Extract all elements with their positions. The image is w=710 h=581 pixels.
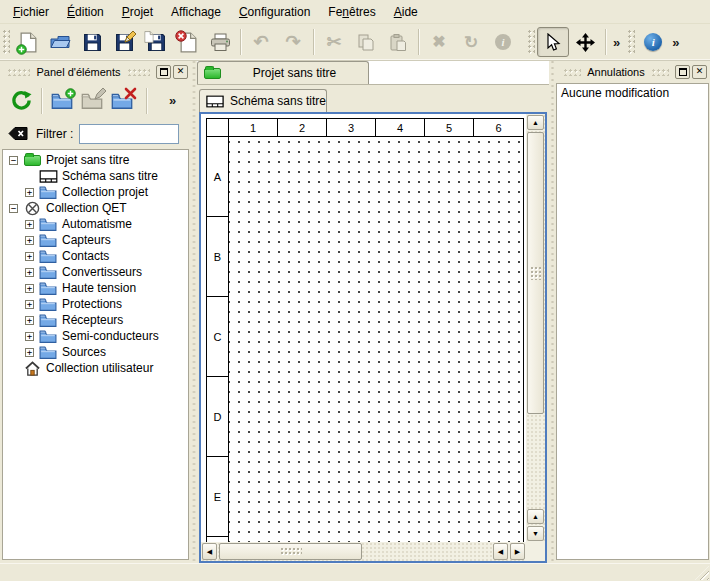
expand-box[interactable]: [25, 236, 34, 245]
scroll-right-button[interactable]: ▶: [510, 543, 525, 560]
expand-box[interactable]: [25, 332, 34, 341]
horizontal-scrollbar[interactable]: ◀ ◀ ▶: [201, 542, 526, 561]
toolbar-drag-handle[interactable]: [527, 29, 535, 55]
splitter-right[interactable]: [549, 61, 556, 563]
scroll-left-button-2[interactable]: ◀: [493, 543, 508, 560]
cursor-arrow-icon: [546, 33, 561, 52]
delete-category-button[interactable]: [107, 86, 137, 116]
expand-box[interactable]: [25, 300, 34, 309]
tree-item-haute-tension[interactable]: Haute tension: [3, 280, 188, 296]
toolbar-drag-handle[interactable]: [2, 29, 10, 55]
close-panel-button[interactable]: ✕: [692, 65, 707, 79]
application-window: Fichier Édition Projet Affichage Configu…: [0, 0, 710, 581]
tree-item-protections[interactable]: Protections: [3, 296, 188, 312]
tree-item-capteurs[interactable]: Capteurs: [3, 232, 188, 248]
menu-configuration[interactable]: Configuration: [230, 1, 319, 23]
menu-edition[interactable]: Édition: [58, 1, 113, 23]
undo-panel-titlebar[interactable]: Annulations ✕: [556, 61, 710, 82]
tree-item-automatisme[interactable]: Automatisme: [3, 216, 188, 232]
close-file-button[interactable]: [172, 27, 204, 57]
scroll-up-button-2[interactable]: ▲: [527, 509, 544, 524]
expand-box[interactable]: [25, 316, 34, 325]
about-button[interactable]: i: [637, 27, 669, 57]
scroll-down-button[interactable]: ▼: [527, 526, 544, 541]
clear-filter-icon[interactable]: [8, 126, 28, 141]
folder-icon: [38, 185, 58, 199]
tree-item-collection-qet[interactable]: Collection QET: [3, 200, 188, 216]
scroll-up-button[interactable]: ▲: [527, 115, 544, 130]
expand-box[interactable]: [25, 188, 34, 197]
float-panel-button[interactable]: [675, 65, 690, 79]
collapse-box[interactable]: [9, 204, 18, 213]
vertical-scroll-thumb[interactable]: [527, 132, 544, 414]
diagram-canvas[interactable]: 1 2 3 4 5 6 A B C D E: [201, 114, 526, 542]
scroll-left-button[interactable]: ◀: [202, 543, 217, 560]
expand-box[interactable]: [25, 252, 34, 261]
move-mode-button[interactable]: [569, 27, 601, 57]
schema-tab[interactable]: Schéma sans titre: [199, 89, 327, 112]
resize-grip[interactable]: [695, 566, 709, 580]
tree-item-convertisseurs[interactable]: Convertisseurs: [3, 264, 188, 280]
expand-box[interactable]: [25, 268, 34, 277]
menu-affichage[interactable]: Affichage: [162, 1, 230, 23]
print-button[interactable]: [204, 27, 236, 57]
elements-tree[interactable]: Projet sans titre Schéma sans titre Coll…: [2, 149, 189, 560]
undo-history-empty-item[interactable]: Aucune modification: [557, 84, 708, 102]
reload-collections-button[interactable]: [6, 86, 36, 116]
project-tab[interactable]: Projet sans titre: [197, 61, 369, 84]
paste-button[interactable]: [382, 27, 414, 57]
element-info-button[interactable]: i: [487, 27, 519, 57]
save-as-button[interactable]: [108, 27, 140, 57]
expand-box[interactable]: [25, 220, 34, 229]
menu-aide[interactable]: Aide: [385, 1, 427, 23]
qet-collection-icon: [22, 201, 42, 215]
toolbar-separator: [240, 29, 241, 55]
menu-fenetres[interactable]: Fenêtres: [319, 1, 384, 23]
undo-history-list[interactable]: Aucune modification: [556, 83, 709, 560]
new-document-button[interactable]: [12, 27, 44, 57]
expand-box[interactable]: [25, 284, 34, 293]
redo-button[interactable]: ↷: [277, 27, 309, 57]
close-panel-button[interactable]: ✕: [173, 65, 188, 79]
save-all-button[interactable]: [140, 27, 172, 57]
elements-panel-titlebar[interactable]: Panel d'éléments ✕: [0, 61, 191, 82]
float-panel-button[interactable]: [156, 65, 171, 79]
undo-button[interactable]: ↶: [245, 27, 277, 57]
vertical-scrollbar[interactable]: ▲ ▲ ▼: [526, 114, 545, 542]
toolbar-overflow-button[interactable]: »: [610, 35, 623, 50]
new-category-button[interactable]: [47, 86, 77, 116]
diagram-border-frame: 1 2 3 4 5 6 A B C D E: [206, 118, 524, 542]
project-folder-icon: [22, 153, 42, 167]
select-mode-button[interactable]: [537, 27, 569, 57]
tree-item-semi-conducteurs[interactable]: Semi-conducteurs: [3, 328, 188, 344]
menu-fichier[interactable]: Fichier: [4, 1, 58, 23]
toolbar-drag-handle[interactable]: [627, 29, 635, 55]
edit-category-button[interactable]: [77, 86, 107, 116]
menu-projet[interactable]: Projet: [113, 1, 162, 23]
tree-item-project[interactable]: Projet sans titre: [3, 152, 188, 168]
folder-icon: [38, 217, 58, 231]
copy-button[interactable]: [350, 27, 382, 57]
tree-item-collection-utilisateur[interactable]: Collection utilisateur: [3, 360, 188, 376]
panel-toolbar-overflow-button[interactable]: »: [166, 93, 179, 108]
save-button[interactable]: [76, 27, 108, 57]
cut-button[interactable]: ✂: [318, 27, 350, 57]
horizontal-scroll-thumb[interactable]: [219, 543, 362, 560]
print-icon: [210, 33, 231, 52]
collapse-box[interactable]: [9, 156, 18, 165]
open-button[interactable]: [44, 27, 76, 57]
tree-item-collection-projet[interactable]: Collection projet: [3, 184, 188, 200]
toolbar-separator: [146, 88, 147, 114]
delete-button[interactable]: ✖: [423, 27, 455, 57]
folder-icon: [38, 265, 58, 279]
tree-item-contacts[interactable]: Contacts: [3, 248, 188, 264]
tree-item-sources[interactable]: Sources: [3, 344, 188, 360]
row-header: E: [207, 457, 229, 537]
expand-box[interactable]: [25, 348, 34, 357]
tree-item-recepteurs[interactable]: Récepteurs: [3, 312, 188, 328]
toolbar-overflow-button[interactable]: »: [669, 35, 682, 50]
filter-input[interactable]: [79, 124, 179, 144]
rotate-button[interactable]: ↻: [455, 27, 487, 57]
tree-item-schema[interactable]: Schéma sans titre: [3, 168, 188, 184]
elements-panel: Panel d'éléments ✕: [0, 61, 191, 563]
